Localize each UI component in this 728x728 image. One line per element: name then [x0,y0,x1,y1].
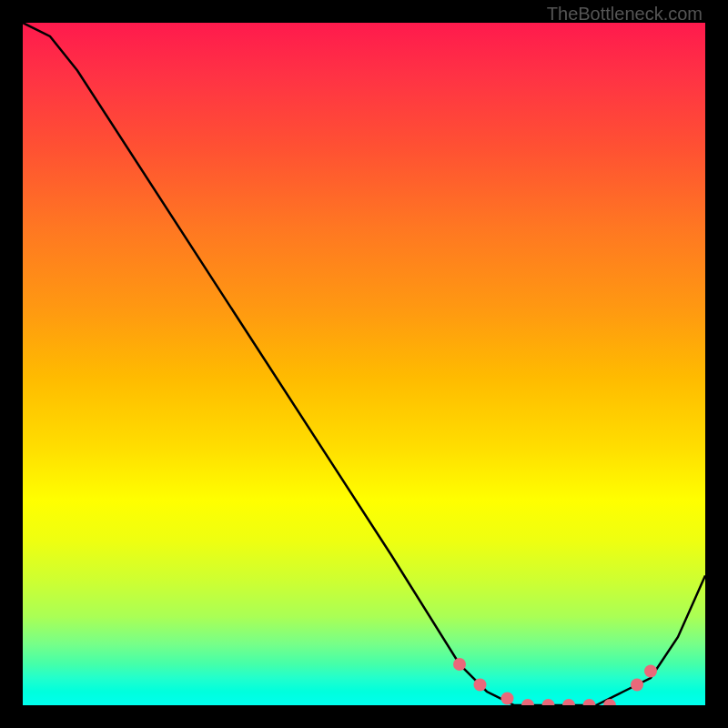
main-curve [23,23,705,705]
marker-dot [521,699,534,705]
marker-dot [542,699,555,705]
marker-dot [562,699,575,705]
chart-svg [23,23,705,705]
marker-dot [474,679,487,692]
marker-dot [631,679,643,692]
marker-dot [583,699,596,705]
watermark-text: TheBottleneck.com [547,4,703,25]
marker-dot [501,693,514,705]
marker-group [453,658,657,705]
marker-dot [644,665,657,678]
marker-dot [453,658,466,671]
outer-frame: TheBottleneck.com [0,0,728,728]
